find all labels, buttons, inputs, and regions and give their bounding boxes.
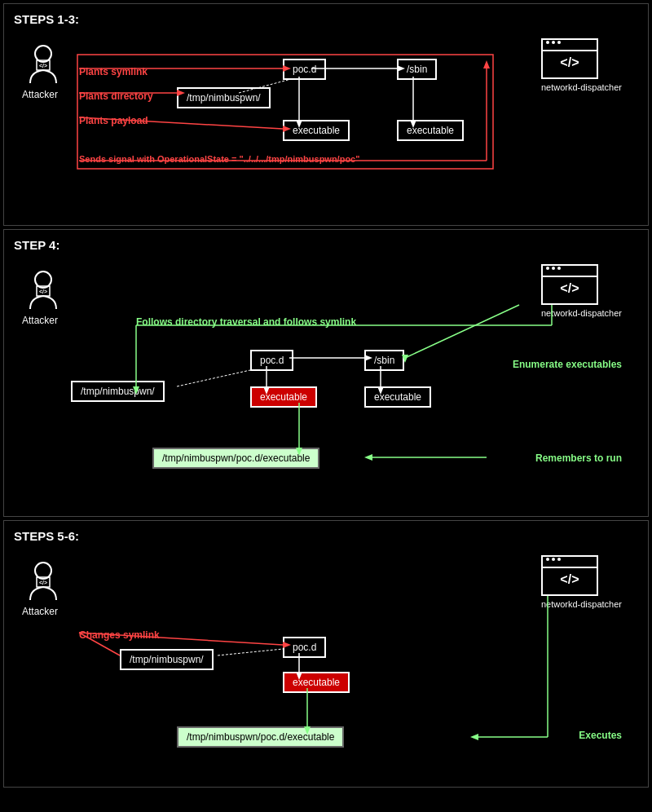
poc-d-box-3: poc.d [283, 637, 326, 658]
dispatcher-label-3: networkd-dispatcher [541, 599, 622, 609]
follows-label: Follows directory traversal and follows … [136, 316, 356, 328]
arrow-label-payload: Plants payload [79, 114, 148, 126]
svg-text:</>: </> [39, 580, 47, 585]
poc-d-box-2: poc.d [250, 350, 293, 371]
dispatcher-box-1: </> [541, 38, 598, 79]
dispatcher-1: </> networkd-dispatcher [541, 38, 622, 92]
attacker-figure-1: </> Attacker [22, 42, 64, 100]
dispatcher-box-3: </> [541, 555, 598, 596]
executable-white-box-2: executable [364, 386, 431, 408]
dispatcher-dots-3 [546, 558, 561, 561]
svg-point-40 [35, 563, 51, 579]
svg-marker-51 [470, 734, 478, 740]
dispatcher-2: </> networkd-dispatcher [541, 264, 622, 318]
path-box-2: /tmp/nimbuspwn/poc.d/executable [152, 448, 319, 469]
dispatcher-label-2: networkd-dispatcher [541, 308, 622, 318]
panel-steps-5-6: STEPS 5-6: </> Attacker </> networkd [3, 520, 649, 788]
enumerate-label: Enumerate executables [513, 358, 622, 370]
panel-step-4: STEP 4: </> Attacker </> networkd-di [3, 229, 649, 517]
executable-red-box-3: executable [283, 672, 350, 693]
svg-line-33 [177, 370, 250, 386]
dispatcher-box-2: </> [541, 264, 598, 305]
tmp-dir-box-1: /tmp/nimbuspwn/ [177, 87, 271, 108]
dispatcher-code-3: </> [560, 572, 579, 587]
svg-line-48 [218, 649, 283, 655]
executes-label: Executes [579, 729, 622, 741]
svg-marker-39 [364, 454, 372, 461]
executable1-box-1: executable [283, 120, 350, 141]
panel-steps-1-3: STEPS 1-3: </> Attacker [3, 3, 649, 226]
sbin-box-1: /sbin [397, 59, 437, 80]
attacker-icon-2: </> [22, 268, 64, 311]
svg-line-34 [405, 305, 519, 358]
attacker-figure-3: </> Attacker [22, 559, 64, 617]
panel3-title: STEPS 5-6: [14, 529, 638, 543]
path-box-3: /tmp/nimbuspwn/poc.d/executable [177, 726, 344, 748]
attacker-label-2: Attacker [22, 315, 64, 326]
attacker-icon-1: </> [22, 42, 64, 85]
arrow-label-symlink: Plants symlink [79, 65, 148, 77]
executable2-box-1: executable [397, 120, 464, 141]
executable-red-box-2: executable [250, 386, 317, 408]
svg-marker-18 [483, 60, 490, 68]
arrow-label-directory: Plants directory [79, 90, 153, 102]
svg-text:</>: </> [39, 289, 47, 294]
attacker-figure-2: </> Attacker [22, 268, 64, 326]
poc-d-box-1: poc.d [283, 59, 326, 80]
attacker-label-1: Attacker [22, 89, 64, 100]
changes-symlink-label: Changes symlink [79, 629, 160, 641]
attacker-label-3: Attacker [22, 606, 64, 617]
svg-text:</>: </> [39, 63, 47, 68]
attacker-icon-3: </> [22, 559, 64, 602]
dispatcher-code-2: </> [560, 281, 579, 296]
sbin-box-2: /sbin [364, 350, 404, 371]
svg-point-20 [35, 271, 51, 288]
tmp-dir-box-3: /tmp/nimbuspwn/ [120, 649, 214, 670]
dispatcher-code-1: </> [560, 55, 579, 70]
dispatcher-label-1: networkd-dispatcher [541, 82, 622, 92]
dispatcher-3: </> networkd-dispatcher [541, 555, 622, 609]
dispatcher-dots-2 [546, 267, 561, 270]
svg-point-0 [35, 46, 51, 62]
panel1-title: STEPS 1-3: [14, 12, 638, 26]
remembers-label: Remembers to run [535, 452, 622, 464]
tmp-dir-box-2: /tmp/nimbuspwn/ [71, 381, 165, 402]
panel2-title: STEP 4: [14, 238, 638, 252]
arrow-label-signal: Sends signal with OperationalState = "..… [79, 152, 359, 165]
dispatcher-dots-1 [546, 41, 561, 44]
